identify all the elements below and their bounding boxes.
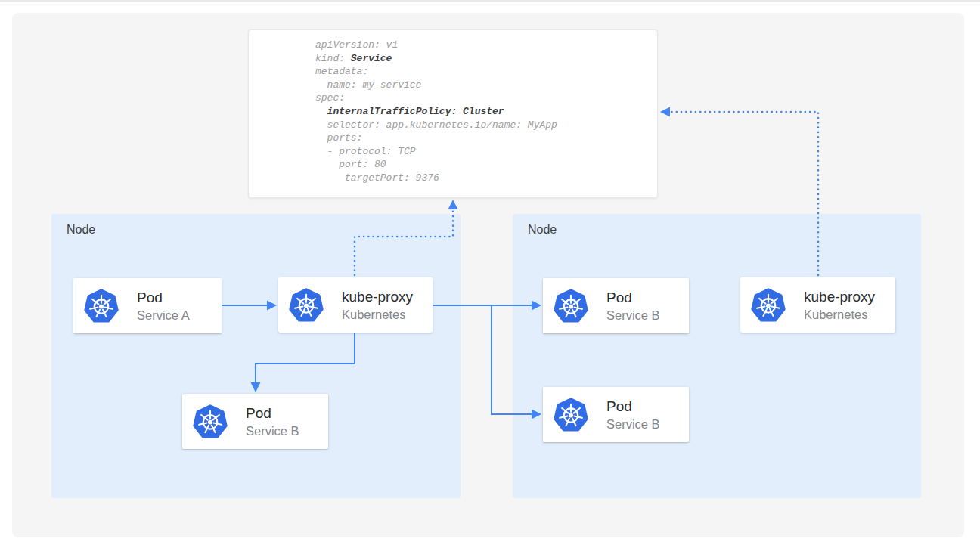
card-title: Pod xyxy=(606,398,660,415)
service-yaml-code: apiVersion: v1kind: Servicemetadata: nam… xyxy=(315,39,557,185)
card-pod-service-b-left: Pod Service B xyxy=(182,394,328,449)
node-label: Node xyxy=(528,223,557,237)
card-subtitle: Service A xyxy=(137,308,190,323)
kubernetes-logo-icon xyxy=(84,289,119,323)
node-box-right: Node xyxy=(513,214,921,498)
card-title: Pod xyxy=(606,289,660,306)
kubernetes-logo-icon xyxy=(193,404,228,439)
card-pod-service-b-right-top: Pod Service B xyxy=(543,278,689,333)
card-kube-proxy-right: kube-proxy Kubernetes xyxy=(740,277,895,333)
kubernetes-logo-icon xyxy=(289,288,324,323)
top-divider-line xyxy=(0,0,980,2)
kubernetes-logo-icon xyxy=(751,288,786,323)
card-pod-service-a: Pod Service A xyxy=(73,278,222,333)
card-subtitle: Service B xyxy=(606,416,660,432)
card-subtitle: Kubernetes xyxy=(804,307,875,322)
card-subtitle: Service B xyxy=(606,308,660,323)
kubernetes-logo-icon xyxy=(554,398,588,432)
kubernetes-logo-icon xyxy=(554,289,588,323)
card-subtitle: Kubernetes xyxy=(342,307,413,322)
card-subtitle: Service B xyxy=(246,423,299,438)
diagram-canvas: Node Node apiVersion: v1kind: Servicemet… xyxy=(0,0,980,551)
card-kube-proxy-left: kube-proxy Kubernetes xyxy=(278,277,433,333)
card-title: Pod xyxy=(246,404,299,422)
node-label: Node xyxy=(67,223,95,237)
node-box-left: Node xyxy=(51,214,461,498)
card-title: Pod xyxy=(137,289,190,306)
card-pod-service-b-right-bottom: Pod Service B xyxy=(543,387,689,442)
card-title: kube-proxy xyxy=(804,288,875,305)
service-manifest-card: apiVersion: v1kind: Servicemetadata: nam… xyxy=(248,29,658,198)
card-title: kube-proxy xyxy=(342,288,413,305)
